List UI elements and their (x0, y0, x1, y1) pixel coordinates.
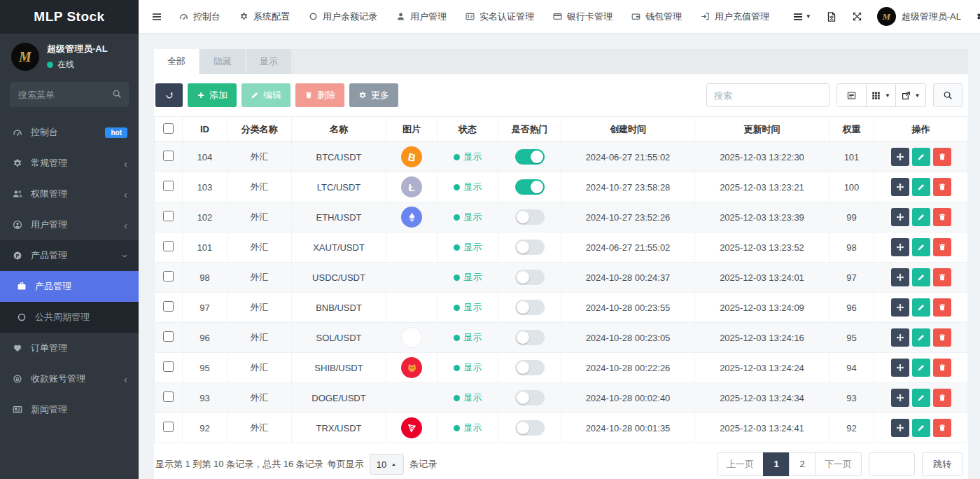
topnav-item-balance-log[interactable]: 用户余额记录 (309, 11, 377, 23)
delete-row-button[interactable] (933, 359, 951, 377)
settings-gear-icon[interactable] (976, 11, 980, 22)
topnav-item-user-manage[interactable]: 用户管理 (396, 11, 447, 23)
sidebar-item-cycle[interactable]: 公共周期管理 (0, 302, 139, 333)
delete-row-button[interactable] (933, 208, 951, 226)
delete-row-button[interactable] (933, 148, 951, 166)
col-name[interactable]: 名称 (292, 117, 386, 142)
per-page-select[interactable]: 10 (370, 454, 404, 475)
detail-view-button[interactable] (837, 84, 867, 106)
topnav-item-bankcard-manage[interactable]: 银行卡管理 (553, 11, 612, 23)
sidebar-item-dashboard[interactable]: 控制台 hot (0, 117, 139, 148)
sidebar-item-news[interactable]: 新闻管理 (0, 394, 139, 425)
edit-row-button[interactable] (912, 298, 930, 317)
columns-button[interactable]: ▼ (867, 84, 896, 106)
col-status[interactable]: 状态 (438, 117, 498, 142)
delete-button[interactable]: 删除 (295, 83, 344, 107)
topnav-item-wallet-manage[interactable]: 钱包管理 (631, 11, 682, 23)
row-checkbox[interactable] (163, 241, 174, 251)
tab-shown[interactable]: 显示 (246, 49, 291, 74)
col-id[interactable]: ID (183, 117, 227, 142)
topnav-item-dashboard[interactable]: 控制台 (179, 11, 220, 23)
hot-toggle[interactable] (515, 330, 545, 345)
topnav-item-system-config[interactable]: 系统配置 (239, 11, 290, 23)
row-checkbox[interactable] (163, 211, 174, 221)
topnav-item-kyc-manage[interactable]: 实名认证管理 (465, 11, 534, 23)
edit-row-button[interactable] (912, 268, 930, 286)
edit-row-button[interactable] (912, 208, 930, 226)
row-checkbox[interactable] (163, 361, 174, 372)
col-updated[interactable]: 更新时间 (695, 117, 830, 142)
language-icon[interactable] (826, 11, 837, 22)
hot-toggle[interactable] (515, 360, 545, 375)
drag-move-button[interactable] (891, 148, 909, 166)
drag-move-button[interactable] (891, 419, 909, 437)
hot-toggle[interactable] (515, 149, 545, 165)
sidebar-item-auth[interactable]: 权限管理 ‹ (0, 179, 139, 209)
topnav-user[interactable]: M 超级管理员-AL (877, 7, 961, 26)
edit-row-button[interactable] (912, 359, 930, 377)
hot-toggle[interactable] (515, 420, 545, 436)
col-created[interactable]: 创建时间 (561, 117, 695, 142)
delete-row-button[interactable] (933, 389, 951, 407)
drag-move-button[interactable] (891, 389, 909, 407)
delete-row-button[interactable] (933, 328, 951, 347)
select-all-checkbox[interactable] (163, 123, 174, 134)
page-jump-input[interactable] (869, 452, 915, 476)
sidebar-item-product-parent[interactable]: 产品管理 › (0, 240, 139, 271)
add-button[interactable]: 添加 (188, 83, 237, 107)
edit-row-button[interactable] (912, 419, 930, 437)
drag-move-button[interactable] (891, 359, 909, 377)
row-checkbox[interactable] (163, 271, 174, 282)
edit-row-button[interactable] (912, 328, 930, 347)
sidebar-toggle-icon[interactable] (151, 11, 162, 22)
sidebar-item-product[interactable]: 产品管理 (0, 271, 139, 302)
delete-row-button[interactable] (933, 419, 951, 437)
col-weight[interactable]: 权重 (830, 117, 874, 142)
hot-toggle[interactable] (515, 390, 545, 405)
tab-hidden[interactable]: 隐藏 (200, 49, 245, 74)
delete-row-button[interactable] (933, 178, 951, 196)
row-checkbox[interactable] (163, 151, 174, 161)
table-search-input[interactable] (706, 83, 830, 107)
edit-row-button[interactable] (912, 389, 930, 407)
fullscreen-icon[interactable] (852, 11, 862, 22)
hot-toggle[interactable] (515, 300, 545, 315)
sidebar-item-payee[interactable]: 收款账号管理 ‹ (0, 363, 139, 394)
row-checkbox[interactable] (163, 181, 174, 191)
delete-row-button[interactable] (933, 268, 951, 286)
sidebar-item-order[interactable]: 订单管理 (0, 333, 139, 363)
sidebar-item-general[interactable]: 常规管理 ‹ (0, 148, 139, 179)
hot-toggle[interactable] (515, 179, 545, 195)
export-button[interactable]: ▼ (896, 84, 925, 106)
row-checkbox[interactable] (163, 422, 174, 432)
drag-move-button[interactable] (891, 268, 909, 286)
more-button[interactable]: 更多 (349, 83, 398, 107)
page-1-button[interactable]: 1 (763, 452, 790, 476)
row-checkbox[interactable] (163, 391, 174, 402)
menu-list-dropdown[interactable]: ▼ (792, 11, 811, 22)
drag-move-button[interactable] (891, 328, 909, 347)
hot-toggle[interactable] (515, 240, 545, 255)
col-category[interactable]: 分类名称 (227, 117, 292, 142)
tab-all[interactable]: 全部 (154, 49, 199, 74)
edit-row-button[interactable] (912, 238, 930, 256)
row-checkbox[interactable] (163, 331, 174, 342)
page-2-button[interactable]: 2 (789, 452, 816, 476)
refresh-button[interactable] (155, 83, 183, 107)
prev-page-button[interactable]: 上一页 (717, 452, 764, 476)
drag-move-button[interactable] (891, 208, 909, 226)
sidebar-item-user[interactable]: 用户管理 ‹ (0, 209, 139, 240)
drag-move-button[interactable] (891, 298, 909, 317)
row-checkbox[interactable] (163, 301, 174, 312)
delete-row-button[interactable] (933, 298, 951, 317)
hot-toggle[interactable] (515, 209, 545, 225)
topnav-item-recharge-manage[interactable]: 用户充值管理 (701, 11, 769, 23)
hot-toggle[interactable] (515, 270, 545, 285)
menu-search-input[interactable] (10, 82, 129, 107)
edit-button[interactable]: 编辑 (241, 83, 290, 107)
drag-move-button[interactable] (891, 178, 909, 196)
delete-row-button[interactable] (933, 238, 951, 256)
edit-row-button[interactable] (912, 178, 930, 196)
col-hot[interactable]: 是否热门 (498, 117, 561, 142)
drag-move-button[interactable] (891, 238, 909, 256)
